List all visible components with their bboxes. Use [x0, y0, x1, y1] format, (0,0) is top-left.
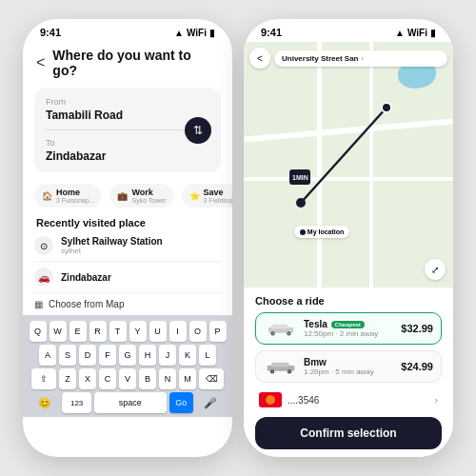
key-z[interactable]: Z — [59, 368, 76, 389]
key-space[interactable]: space — [94, 392, 167, 413]
quick-place-home-name: Home — [56, 188, 94, 197]
map-area: < University Street San › 1 MIN — [244, 42, 453, 288]
key-t[interactable]: T — [109, 321, 127, 342]
battery-icon-right: ▮ — [430, 28, 436, 38]
list-item[interactable]: 🚗 Zindabazar — [34, 262, 221, 293]
key-123[interactable]: 123 — [62, 392, 90, 413]
svg-point-7 — [272, 333, 274, 335]
key-o[interactable]: O — [189, 321, 207, 342]
key-e[interactable]: E — [69, 321, 87, 342]
key-j[interactable]: J — [159, 345, 176, 366]
wifi-icon: WiFi — [187, 28, 207, 38]
key-w[interactable]: W — [50, 321, 67, 342]
key-p[interactable]: P — [209, 321, 227, 342]
map-grid-icon: ▦ — [34, 299, 43, 309]
quick-place-home[interactable]: 🏠 Home 3 Fuisonap... — [34, 184, 102, 208]
map-destination-text: University Street San — [282, 54, 358, 63]
key-s[interactable]: S — [59, 345, 76, 366]
key-c[interactable]: C — [99, 368, 116, 389]
key-d[interactable]: D — [79, 345, 96, 366]
key-b[interactable]: B — [139, 368, 156, 389]
cheapest-badge: Cheapest — [331, 321, 365, 328]
key-h[interactable]: H — [139, 345, 156, 366]
recent-list: ⊙ Sylhet Railway Station sylhet 🚗 Zindab… — [23, 230, 232, 293]
expand-button[interactable]: ⤢ — [425, 259, 446, 280]
confirm-selection-button[interactable]: Confirm selection — [255, 417, 442, 449]
key-k[interactable]: K — [179, 345, 196, 366]
key-r[interactable]: R — [89, 321, 107, 342]
time-marker: 1 MIN — [289, 169, 310, 185]
quick-place-work-name: Work — [131, 188, 166, 197]
svg-point-13 — [271, 371, 273, 373]
status-icons-left: ▲ WiFi ▮ — [174, 28, 215, 38]
ride-option-bmw[interactable]: Bmw 1:20pm · 5 min away $24.99 — [255, 350, 442, 383]
wifi-icon-right: WiFi — [407, 28, 427, 38]
to-label: To — [46, 138, 209, 148]
from-value[interactable]: Tamabili Road — [46, 109, 209, 122]
key-emoji[interactable]: 😊 — [30, 392, 59, 413]
key-v[interactable]: V — [119, 368, 136, 389]
key-n[interactable]: N — [159, 368, 176, 389]
location-dot — [300, 229, 306, 235]
quick-place-save[interactable]: ⭐ Save 3 Fieldnop... — [182, 184, 232, 208]
chevron-right-payment-icon: › — [434, 394, 438, 406]
svg-point-8 — [288, 333, 290, 335]
location-icon: ⊙ — [34, 236, 53, 255]
home-icon: 🏠 — [42, 191, 52, 201]
bmw-ride-sub: 1:20pm · 5 min away — [304, 367, 395, 376]
ride-panel: Choose a ride Tesla Cheapest 12:50pm — [244, 288, 453, 457]
key-i[interactable]: I — [169, 321, 187, 342]
route-line — [244, 42, 453, 288]
recently-visited-title: Recently visited place — [23, 213, 232, 230]
recent-name-1: Zindabazar — [61, 272, 111, 283]
tesla-car-image — [264, 320, 298, 337]
key-x[interactable]: X — [79, 368, 96, 389]
chevron-right-icon: › — [361, 55, 363, 62]
tesla-ride-name: Tesla Cheapest — [304, 319, 395, 329]
signal-icon: ▲ — [174, 28, 184, 38]
key-f[interactable]: F — [99, 345, 116, 366]
key-q[interactable]: Q — [30, 321, 47, 342]
status-bar-left: 9:41 ▲ WiFi ▮ — [23, 19, 232, 42]
my-location-pill[interactable]: My location — [294, 226, 350, 238]
quick-place-work[interactable]: 💼 Work Syko Tower — [109, 184, 173, 208]
key-a[interactable]: A — [39, 345, 56, 366]
bmw-ride-name: Bmw — [304, 357, 395, 367]
key-shift[interactable]: ⇧ — [31, 368, 56, 389]
card-number: ....3546 — [288, 395, 319, 406]
key-g[interactable]: G — [119, 345, 136, 366]
svg-line-0 — [301, 108, 387, 203]
screen-content-left: < Where do you want to go? From Tamabili… — [23, 42, 232, 457]
map-destination-pill[interactable]: University Street San › — [274, 50, 447, 67]
key-mic[interactable]: 🎤 — [196, 392, 225, 413]
quick-places: 🏠 Home 3 Fuisonap... 💼 Work Syko Tower ⭐… — [23, 178, 232, 213]
ride-option-tesla[interactable]: Tesla Cheapest 12:50pm · 2 min away $32.… — [255, 312, 442, 345]
key-l[interactable]: L — [199, 345, 216, 366]
status-icons-right: ▲ WiFi ▮ — [395, 28, 436, 38]
map-back-button[interactable]: < — [249, 48, 270, 69]
key-u[interactable]: U — [149, 321, 167, 342]
key-backspace[interactable]: ⌫ — [199, 368, 224, 389]
back-button-left[interactable]: < — [36, 54, 45, 71]
key-go[interactable]: Go — [169, 392, 193, 413]
ride-panel-title: Choose a ride — [255, 295, 442, 307]
min-unit: MIN — [296, 174, 308, 181]
right-phone: 9:41 ▲ WiFi ▮ — [244, 19, 453, 457]
key-m[interactable]: M — [179, 368, 196, 389]
payment-row[interactable]: ....3546 › — [255, 388, 442, 411]
choose-from-map[interactable]: ▦ Choose from Map — [23, 293, 232, 315]
to-value[interactable]: Zindabazar — [46, 149, 209, 163]
recent-sub-0: sylhet — [61, 247, 163, 255]
bmw-price: $24.99 — [401, 361, 433, 372]
key-y[interactable]: Y — [129, 321, 147, 342]
top-bar-left: < Where do you want to go? — [23, 42, 232, 82]
battery-icon: ▮ — [209, 28, 215, 38]
keyboard-row-4: 😊 123 space Go 🎤 — [27, 392, 228, 413]
quick-place-save-name: Save — [204, 188, 232, 197]
swap-button[interactable]: ⇅ — [185, 117, 211, 144]
keyboard-row-1: Q W E R T Y U I O P — [27, 321, 228, 342]
bmw-car-image — [264, 358, 298, 375]
list-item[interactable]: ⊙ Sylhet Railway Station sylhet — [34, 230, 221, 262]
map-background: < University Street San › 1 MIN — [244, 42, 453, 288]
signal-icon-right: ▲ — [395, 28, 405, 38]
